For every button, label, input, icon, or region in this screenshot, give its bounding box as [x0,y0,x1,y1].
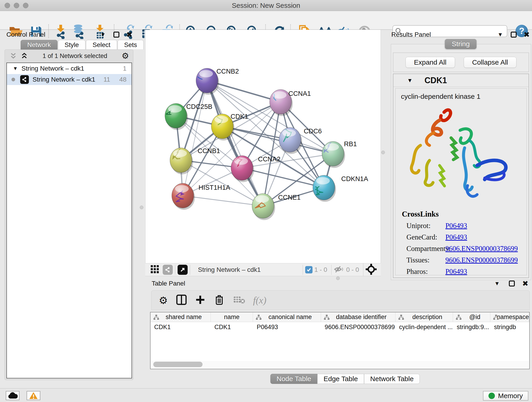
tree-expand-icon[interactable]: ▼ [13,65,18,71]
splitter-handle[interactable] [381,151,385,154]
delete-table-icon[interactable] [233,296,245,305]
crosslink-row: Pharos:P06493 [406,268,526,276]
table-cell[interactable]: stringdb [490,322,529,332]
crosslink-label: Tissues: [406,256,445,264]
table-cell[interactable]: 9606.ENSP00000378699 [321,322,395,332]
results-panel-title: Results Panel [391,31,431,38]
network-selection-status: 1 of 1 Network selected [28,52,122,60]
crosslink-link[interactable]: 9606.ENSP00000378699 [445,245,518,253]
string-network-icon [20,75,29,84]
entry-collapse-icon[interactable]: ▼ [407,77,413,84]
column-header-canonical-name[interactable]: canonical name [253,313,321,322]
close-panel-icon[interactable]: ✖ [126,31,133,38]
crosslink-link[interactable]: P06493 [445,268,467,276]
network-graph[interactable]: CCNB2CCNA1CDC25BCDK1CDC6RB1CCNB1CCNA2CDK… [146,30,380,263]
tab-edge-table[interactable]: Edge Table [317,374,364,384]
node-label-CDC6: CDC6 [304,128,322,135]
tab-network[interactable]: Network [21,40,57,50]
network-collection-label: String Network – cdk1 [22,65,84,72]
tab-node-table[interactable]: Node Table [270,374,317,384]
expand-all-button[interactable]: Expand All [405,57,455,68]
tab-select[interactable]: Select [86,40,117,50]
network-node-CDKN1A[interactable] [313,175,336,202]
crosslinks-title: CrossLinks [402,210,526,218]
add-column-icon[interactable] [195,295,205,306]
cloud-button[interactable] [6,391,19,400]
float-panel-icon[interactable] [509,281,515,287]
results-tab-string[interactable]: String [445,39,476,49]
network-node-CDC25B[interactable] [159,103,188,130]
network-node-RB1[interactable] [322,137,345,168]
show-columns-icon[interactable] [176,294,187,306]
scrollbar-thumb[interactable] [153,362,203,367]
network-canvas[interactable]: CCNB2CCNA1CDC25BCDK1CDC6RB1CCNB1CCNA2CDK… [145,30,381,263]
gear-icon[interactable]: ⚙ [122,51,129,61]
memory-button[interactable]: Memory [483,391,528,401]
hidden-count: 0 - 0 [346,266,359,274]
network-label: String Network – cdk1 [32,76,95,83]
selected-checkbox-icon[interactable] [305,266,312,274]
node-label-CCNB1: CCNB1 [198,147,220,154]
crosslink-link[interactable]: P06493 [445,233,467,241]
network-node-CCNB2[interactable] [193,68,219,95]
result-entry-cdk1: ▼ CDK1 cyclin-dependent kinase 1 [393,74,529,278]
results-panel: Results Panel ▼ ✖ String Expand All Coll… [389,30,532,279]
node-label-CDKN1A: CDKN1A [341,175,368,182]
network-node-CCNB1[interactable] [170,148,193,174]
table-cell[interactable]: CDK1 [211,322,253,332]
network-view-title: String Network – cdk1 [198,266,261,274]
column-header--id[interactable]: @id [453,313,490,322]
tab-style[interactable]: Style [58,40,85,50]
network-node-CCNE1[interactable] [252,194,275,220]
birds-eye-view-icon[interactable] [366,264,377,276]
splitter-handle[interactable] [140,206,143,209]
table-gear-icon[interactable]: ⚙ [159,294,168,306]
horizontal-scrollbar[interactable] [151,361,529,368]
node-label-CCNA2: CCNA2 [258,155,280,163]
edge-count: 48 [119,76,127,83]
network-node-CCNA1[interactable] [257,89,293,116]
control-panel-title: Control Panel [6,31,45,38]
collapse-all-button[interactable]: Collapse All [464,57,517,68]
table-cell[interactable]: cyclin-dependent ... [395,322,453,332]
grid-view-icon[interactable] [150,265,159,275]
collapse-panel-icon[interactable]: ▼ [100,32,106,38]
function-builder-icon[interactable]: f(x) [253,295,266,306]
detach-view-icon[interactable] [177,265,188,275]
close-panel-icon[interactable]: ✖ [522,280,528,287]
hidden-eye-icon[interactable] [334,265,344,274]
network-collection-row[interactable]: ▼ String Network – cdk1 1 [7,63,132,74]
table-cell[interactable]: P06493 [253,322,321,332]
crosslink-label: Uniprot: [406,222,445,230]
column-header-name[interactable]: name [211,313,253,322]
crosslink-link[interactable]: P06493 [445,222,467,230]
float-panel-icon[interactable] [114,32,119,38]
network-row[interactable]: String Network – cdk1 11 48 [7,74,132,85]
title-bar: Session: New Session [0,0,532,11]
delete-column-icon[interactable] [215,294,224,306]
column-header-database-identifier[interactable]: database identifier [321,313,395,322]
expand-all-icon[interactable] [20,52,28,60]
tab-network-table[interactable]: Network Table [364,374,420,384]
crosslink-label: Compartments: [406,245,445,253]
table-cell[interactable]: stringdb:9... [453,322,490,332]
crosslink-link[interactable]: 9606.ENSP00000378699 [445,256,518,264]
column-header-description[interactable]: description [395,313,453,322]
collapse-panel-icon[interactable]: ▼ [494,280,500,287]
cloud-icon [7,392,18,399]
collapse-panel-icon[interactable]: ▼ [497,32,503,38]
close-panel-icon[interactable]: ✖ [524,31,530,38]
warnings-button[interactable] [27,391,40,400]
column-header-namespace[interactable]: namespace [490,313,529,322]
collapse-all-icon[interactable] [9,52,17,60]
table-cell[interactable]: CDK1 [151,322,211,332]
crosslink-label: GeneCard: [406,233,445,241]
network-node-CCNA2[interactable] [231,155,254,182]
table-row[interactable]: CDK1CDK1P064939606.ENSP00000378699cyclin… [151,322,529,332]
tab-sets[interactable]: Sets [118,40,144,50]
float-panel-icon[interactable] [511,32,517,38]
selected-count: 1 - 0 [314,266,327,274]
splitter-handle[interactable] [336,276,340,280]
column-header-shared-name[interactable]: shared name [151,313,211,322]
network-share-icon[interactable] [163,265,173,275]
